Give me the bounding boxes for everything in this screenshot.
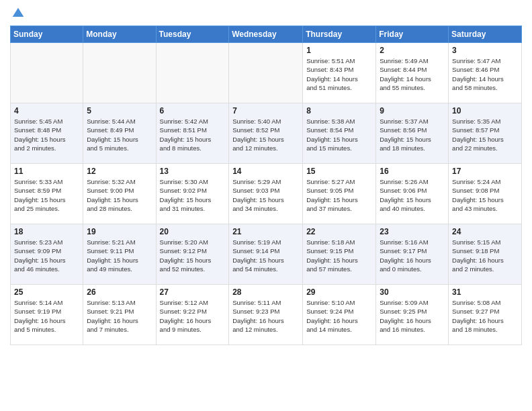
page: SundayMondayTuesdayWednesdayThursdayFrid…	[0, 0, 532, 411]
day-info: Sunrise: 5:35 AMSunset: 8:57 PMDaylight:…	[452, 117, 518, 152]
day-number: 15	[306, 167, 372, 176]
day-number: 26	[87, 287, 152, 297]
day-info: Sunrise: 5:23 AMSunset: 9:09 PMDaylight:…	[14, 238, 79, 273]
day-info: Sunrise: 5:51 AMSunset: 8:43 PMDaylight:…	[306, 56, 372, 92]
day-info: Sunrise: 5:10 AMSunset: 9:24 PMDaylight:…	[306, 298, 372, 334]
day-number: 17	[452, 167, 518, 176]
day-number: 4	[14, 106, 79, 116]
calendar-cell-week1-day2	[83, 43, 156, 103]
day-number: 16	[380, 167, 445, 176]
calendar-cell-week1-day4	[229, 43, 303, 103]
day-info: Sunrise: 5:30 AMSunset: 9:02 PMDaylight:…	[160, 177, 226, 213]
day-number: 5	[87, 106, 152, 116]
weekday-header-saturday: Saturday	[449, 26, 522, 43]
calendar-cell-week3-day7: 17Sunrise: 5:24 AMSunset: 9:08 PMDayligh…	[449, 164, 522, 224]
day-number: 12	[87, 167, 152, 176]
day-info: Sunrise: 5:45 AMSunset: 8:48 PMDaylight:…	[14, 117, 79, 152]
day-info: Sunrise: 5:13 AMSunset: 9:21 PMDaylight:…	[87, 298, 152, 334]
calendar-cell-week2-day2: 5Sunrise: 5:44 AMSunset: 8:49 PMDaylight…	[83, 103, 156, 164]
day-info: Sunrise: 5:37 AMSunset: 8:56 PMDaylight:…	[380, 117, 445, 152]
day-info: Sunrise: 5:29 AMSunset: 9:03 PMDaylight:…	[232, 177, 299, 213]
day-number: 18	[14, 227, 79, 236]
day-number: 21	[232, 227, 299, 236]
logo-icon	[11, 7, 25, 20]
day-info: Sunrise: 5:38 AMSunset: 8:54 PMDaylight:…	[306, 117, 372, 152]
day-info: Sunrise: 5:15 AMSunset: 9:18 PMDaylight:…	[452, 238, 518, 273]
day-number: 30	[380, 287, 445, 297]
weekday-header-wednesday: Wednesday	[229, 26, 303, 43]
calendar-week-3: 11Sunrise: 5:33 AMSunset: 8:59 PMDayligh…	[11, 164, 522, 224]
header	[10, 7, 522, 20]
calendar-week-4: 18Sunrise: 5:23 AMSunset: 9:09 PMDayligh…	[11, 224, 522, 285]
calendar-cell-week5-day5: 29Sunrise: 5:10 AMSunset: 9:24 PMDayligh…	[303, 285, 376, 345]
calendar-cell-week5-day1: 25Sunrise: 5:14 AMSunset: 9:19 PMDayligh…	[11, 285, 83, 345]
calendar-cell-week3-day1: 11Sunrise: 5:33 AMSunset: 8:59 PMDayligh…	[11, 164, 83, 224]
calendar-week-5: 25Sunrise: 5:14 AMSunset: 9:19 PMDayligh…	[11, 285, 522, 345]
day-info: Sunrise: 5:11 AMSunset: 9:23 PMDaylight:…	[232, 298, 299, 334]
day-info: Sunrise: 5:12 AMSunset: 9:22 PMDaylight:…	[160, 298, 226, 334]
calendar-table: SundayMondayTuesdayWednesdayThursdayFrid…	[10, 26, 522, 345]
day-info: Sunrise: 5:18 AMSunset: 9:15 PMDaylight:…	[306, 238, 372, 273]
day-number: 19	[87, 227, 152, 236]
calendar-cell-week4-day7: 24Sunrise: 5:15 AMSunset: 9:18 PMDayligh…	[449, 224, 522, 285]
weekday-header-sunday: Sunday	[11, 26, 83, 43]
calendar-cell-week2-day6: 9Sunrise: 5:37 AMSunset: 8:56 PMDaylight…	[376, 103, 449, 164]
day-info: Sunrise: 5:08 AMSunset: 9:27 PMDaylight:…	[452, 298, 518, 334]
day-info: Sunrise: 5:24 AMSunset: 9:08 PMDaylight:…	[452, 177, 518, 213]
calendar-cell-week4-day2: 19Sunrise: 5:21 AMSunset: 9:11 PMDayligh…	[83, 224, 156, 285]
day-number: 20	[160, 227, 226, 236]
calendar-cell-week5-day7: 31Sunrise: 5:08 AMSunset: 9:27 PMDayligh…	[449, 285, 522, 345]
calendar-cell-week2-day5: 8Sunrise: 5:38 AMSunset: 8:54 PMDaylight…	[303, 103, 376, 164]
calendar-cell-week5-day3: 27Sunrise: 5:12 AMSunset: 9:22 PMDayligh…	[156, 285, 229, 345]
calendar-cell-week2-day1: 4Sunrise: 5:45 AMSunset: 8:48 PMDaylight…	[11, 103, 83, 164]
day-number: 8	[306, 106, 372, 116]
day-info: Sunrise: 5:32 AMSunset: 9:00 PMDaylight:…	[87, 177, 152, 213]
day-number: 29	[306, 287, 372, 297]
calendar-cell-week5-day2: 26Sunrise: 5:13 AMSunset: 9:21 PMDayligh…	[83, 285, 156, 345]
calendar-week-1: 1Sunrise: 5:51 AMSunset: 8:43 PMDaylight…	[11, 43, 522, 103]
calendar-cell-week1-day7: 3Sunrise: 5:47 AMSunset: 8:46 PMDaylight…	[449, 43, 522, 103]
day-number: 11	[14, 167, 79, 176]
day-number: 31	[452, 287, 518, 297]
calendar-cell-week5-day4: 28Sunrise: 5:11 AMSunset: 9:23 PMDayligh…	[229, 285, 303, 345]
day-number: 25	[14, 287, 79, 297]
calendar-cell-week1-day5: 1Sunrise: 5:51 AMSunset: 8:43 PMDaylight…	[303, 43, 376, 103]
day-info: Sunrise: 5:49 AMSunset: 8:44 PMDaylight:…	[380, 56, 445, 92]
calendar-header-row: SundayMondayTuesdayWednesdayThursdayFrid…	[11, 26, 522, 43]
calendar-cell-week3-day4: 14Sunrise: 5:29 AMSunset: 9:03 PMDayligh…	[229, 164, 303, 224]
calendar-cell-week4-day3: 20Sunrise: 5:20 AMSunset: 9:12 PMDayligh…	[156, 224, 229, 285]
calendar-cell-week1-day1	[11, 43, 83, 103]
day-number: 10	[452, 106, 518, 116]
svg-marker-0	[13, 8, 24, 17]
day-number: 13	[160, 167, 226, 176]
day-number: 2	[380, 46, 445, 55]
day-number: 27	[160, 287, 226, 297]
day-info: Sunrise: 5:16 AMSunset: 9:17 PMDaylight:…	[380, 238, 445, 273]
calendar-cell-week3-day6: 16Sunrise: 5:26 AMSunset: 9:06 PMDayligh…	[376, 164, 449, 224]
calendar-cell-week2-day7: 10Sunrise: 5:35 AMSunset: 8:57 PMDayligh…	[449, 103, 522, 164]
calendar-cell-week5-day6: 30Sunrise: 5:09 AMSunset: 9:25 PMDayligh…	[376, 285, 449, 345]
day-info: Sunrise: 5:27 AMSunset: 9:05 PMDaylight:…	[306, 177, 372, 213]
calendar-cell-week4-day5: 22Sunrise: 5:18 AMSunset: 9:15 PMDayligh…	[303, 224, 376, 285]
calendar-cell-week2-day3: 6Sunrise: 5:42 AMSunset: 8:51 PMDaylight…	[156, 103, 229, 164]
day-number: 24	[452, 227, 518, 236]
calendar-cell-week4-day1: 18Sunrise: 5:23 AMSunset: 9:09 PMDayligh…	[11, 224, 83, 285]
day-info: Sunrise: 5:14 AMSunset: 9:19 PMDaylight:…	[14, 298, 79, 334]
day-number: 23	[380, 227, 445, 236]
calendar-cell-week2-day4: 7Sunrise: 5:40 AMSunset: 8:52 PMDaylight…	[229, 103, 303, 164]
weekday-header-monday: Monday	[83, 26, 156, 43]
calendar-cell-week4-day6: 23Sunrise: 5:16 AMSunset: 9:17 PMDayligh…	[376, 224, 449, 285]
calendar-cell-week1-day3	[156, 43, 229, 103]
day-info: Sunrise: 5:47 AMSunset: 8:46 PMDaylight:…	[452, 56, 518, 92]
day-number: 28	[232, 287, 299, 297]
weekday-header-tuesday: Tuesday	[156, 26, 229, 43]
day-number: 1	[306, 46, 372, 55]
day-number: 7	[232, 106, 299, 116]
day-info: Sunrise: 5:20 AMSunset: 9:12 PMDaylight:…	[160, 238, 226, 273]
calendar-cell-week1-day6: 2Sunrise: 5:49 AMSunset: 8:44 PMDaylight…	[376, 43, 449, 103]
calendar-cell-week3-day5: 15Sunrise: 5:27 AMSunset: 9:05 PMDayligh…	[303, 164, 376, 224]
day-number: 22	[306, 227, 372, 236]
day-info: Sunrise: 5:26 AMSunset: 9:06 PMDaylight:…	[380, 177, 445, 213]
day-info: Sunrise: 5:44 AMSunset: 8:49 PMDaylight:…	[87, 117, 152, 152]
day-info: Sunrise: 5:40 AMSunset: 8:52 PMDaylight:…	[232, 117, 299, 152]
